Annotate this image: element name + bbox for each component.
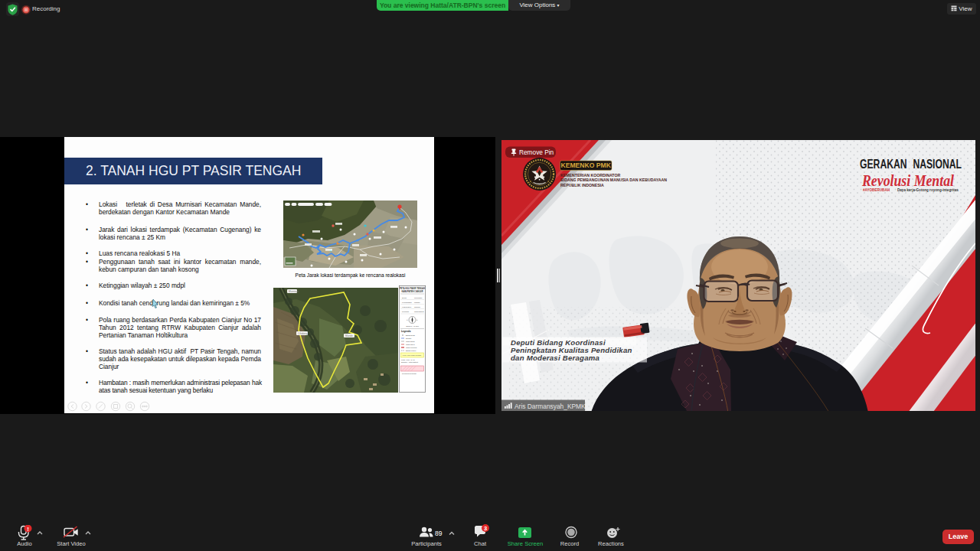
svg-text:Murnisari: Murnisari: [289, 290, 299, 293]
svg-text:Murnisari: Murnisari: [414, 297, 423, 299]
svg-text:Jalan Desa: Jalan Desa: [406, 341, 415, 342]
svg-text:89: 89: [435, 530, 443, 537]
svg-text:PETA HGU PASIR TENGAH: PETA HGU PASIR TENGAH: [400, 287, 425, 290]
svg-text:#AYOBERUBAH: #AYOBERUBAH: [863, 188, 890, 192]
svg-text:Cikidang: Cikidang: [298, 332, 308, 335]
svg-text:Mande: Mande: [345, 334, 353, 337]
svg-text:BIDANG PEMBANGUNAN MANUSIA DAN: BIDANG PEMBANGUNAN MANUSIA DAN KEBUDAYAA…: [560, 178, 667, 182]
svg-text:Sungai: Sungai: [406, 337, 412, 339]
svg-text:dan Moderasi Beragama: dan Moderasi Beragama: [511, 354, 600, 362]
svg-text:Jalan Raya: Jalan Raya: [406, 344, 415, 345]
svg-text:Rencana Relokasi: Rencana Relokasi: [402, 373, 416, 374]
svg-text:Jawa Barat: Jawa Barat: [414, 311, 424, 313]
svg-text:KEMENTERIAN KOORDINATOR: KEMENTERIAN KOORDINATOR: [560, 173, 620, 178]
svg-text:Remove Pin: Remove Pin: [519, 148, 554, 156]
svg-text:GERAKAN NASIONAL: GERAKAN NASIONAL: [860, 157, 962, 171]
svg-text:KEMENKO PMK: KEMENKO PMK: [560, 161, 611, 169]
svg-text:Mande: Mande: [414, 302, 420, 304]
svg-text:KABUPATEN CIANJUR: KABUPATEN CIANJUR: [401, 290, 423, 293]
svg-text:!: !: [27, 526, 29, 533]
svg-text:Kabupaten: Kabupaten: [402, 306, 412, 308]
svg-text:Batas Kebun: Batas Kebun: [406, 350, 416, 351]
svg-text:Batas Desa: Batas Desa: [406, 334, 416, 336]
svg-text:Luas Areal : 5 Ha: Luas Areal : 5 Ha: [401, 359, 415, 360]
svg-text:Sumber : Citra Satelit: Sumber : Citra Satelit: [401, 361, 418, 363]
svg-text:Areal HGU Pasir Tengah: Areal HGU Pasir Tengah: [402, 354, 422, 356]
svg-text:3: 3: [484, 525, 487, 532]
svg-text:Daya kerja-Gotong royong-integ: Daya kerja-Gotong royong-integritas: [897, 188, 959, 192]
svg-text:Revolusi Mental: Revolusi Mental: [861, 171, 954, 190]
svg-text:Desa: Desa: [402, 297, 407, 299]
svg-text:Aris Darmansyah_KPMK: Aris Darmansyah_KPMK: [514, 403, 586, 410]
svg-text:Legenda: Legenda: [401, 330, 411, 333]
svg-text:Cianjur: Cianjur: [414, 306, 420, 308]
svg-text:REPUBLIK INDONESIA: REPUBLIK INDONESIA: [560, 183, 604, 187]
svg-text:Skala 1 : 5.000: Skala 1 : 5.000: [406, 325, 419, 328]
svg-text:Jalan Provinsi: Jalan Provinsi: [406, 347, 417, 348]
svg-text:Propinsi: Propinsi: [402, 311, 409, 313]
svg-text:Kecamatan: Kecamatan: [402, 302, 412, 304]
